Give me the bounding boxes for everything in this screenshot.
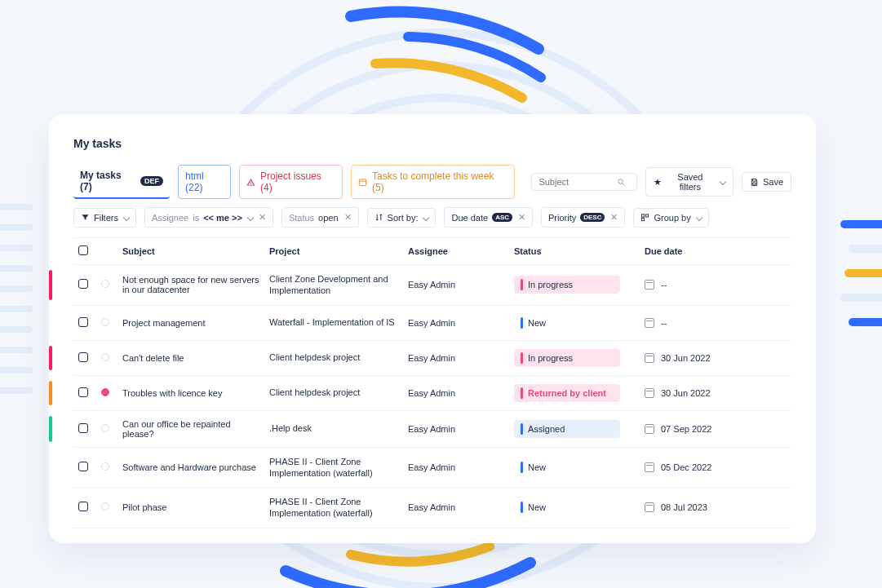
cell-assignee: Easy Admin [403, 462, 509, 472]
cell-project: PHASE II - Client Zone Implementation (w… [264, 496, 403, 519]
status-label: In progress [528, 353, 573, 363]
group-icon [640, 213, 649, 222]
row-checkbox[interactable] [78, 352, 88, 362]
filters-button[interactable]: Filters [73, 208, 136, 228]
svg-rect-5 [840, 220, 882, 228]
table-header: Subject Project Assignee Status Due date [73, 238, 791, 265]
status-label: New [528, 318, 546, 328]
row-indicator[interactable] [101, 318, 109, 326]
saved-filters-button[interactable]: ★ Saved filters [645, 167, 734, 197]
row-indicator[interactable] [101, 280, 109, 288]
status-badge[interactable]: In progress [514, 349, 620, 367]
due-value: -- [661, 280, 667, 290]
tab-label: html (22) [185, 170, 224, 193]
row-checkbox[interactable] [78, 387, 88, 397]
table-row[interactable]: Can our office be repainted please? .Hel… [73, 411, 791, 448]
due-value: -- [661, 318, 667, 328]
search-input[interactable] [539, 177, 612, 187]
due-value: 08 Jul 2023 [661, 502, 707, 512]
col-due-date[interactable]: Due date [640, 246, 762, 256]
status-color-bar [521, 423, 523, 435]
filter-assignee[interactable]: Assignee is << me >> ✕ [144, 207, 273, 228]
status-badge[interactable]: New [514, 314, 620, 332]
cell-project: Client Zone Development and Implementati… [264, 273, 403, 297]
cell-subject: Can't delete file [117, 353, 264, 363]
field-label: Assignee [152, 213, 188, 223]
sort-icon [375, 213, 383, 222]
sort-priority[interactable]: Priority DESC ✕ [541, 207, 625, 228]
select-all-checkbox[interactable] [78, 245, 88, 255]
status-label: Returned by client [528, 388, 606, 398]
col-assignee[interactable]: Assignee [403, 246, 509, 256]
priority-bar [49, 270, 52, 300]
row-checkbox[interactable] [78, 462, 88, 471]
col-status[interactable]: Status [509, 246, 640, 256]
status-badge[interactable]: Assigned [514, 420, 620, 438]
label: Priority [548, 213, 576, 223]
cell-assignee: Easy Admin [403, 424, 509, 434]
table-row[interactable]: Software and Hardware purchase PHASE II … [73, 448, 791, 489]
tab-html[interactable]: html (22) [178, 165, 231, 199]
page-title: My tasks [73, 137, 791, 150]
row-indicator[interactable] [101, 502, 109, 511]
calendar-icon [645, 353, 654, 363]
cell-project: PHASE II - Client Zone Implementation (w… [264, 456, 403, 480]
table-row[interactable]: Not enough space for new servers in our … [73, 265, 791, 306]
close-icon[interactable]: ✕ [610, 212, 618, 223]
status-label: New [528, 462, 546, 472]
calendar-icon [645, 424, 654, 434]
tab-project-issues[interactable]: Project issues (4) [239, 165, 343, 199]
sort-by-button[interactable]: Sort by: [367, 208, 437, 228]
table-row[interactable]: Pilot phase PHASE II - Client Zone Imple… [73, 488, 791, 528]
status-color-bar [521, 462, 523, 473]
sort-due-date[interactable]: Due date ASC ✕ [444, 207, 533, 228]
col-project[interactable]: Project [264, 246, 403, 256]
table-row[interactable]: Troubles with licence key Client helpdes… [73, 376, 791, 411]
status-badge[interactable]: Returned by client [514, 384, 620, 402]
status-badge[interactable]: In progress [514, 276, 620, 294]
col-subject[interactable]: Subject [117, 246, 264, 256]
cell-due-date: -- [640, 318, 762, 328]
row-indicator[interactable] [101, 388, 109, 396]
search-box[interactable] [531, 173, 636, 191]
status-badge[interactable]: New [514, 458, 620, 476]
tab-week[interactable]: Tasks to complete this week (5) [351, 165, 515, 199]
row-checkbox[interactable] [78, 423, 88, 433]
cell-assignee: Easy Admin [403, 502, 509, 512]
op-label: is [193, 213, 199, 223]
cell-due-date: 08 Jul 2023 [640, 502, 762, 512]
group-by-button[interactable]: Group by [633, 208, 708, 228]
status-color-bar [521, 279, 523, 290]
row-indicator[interactable] [101, 462, 109, 471]
cell-assignee: Easy Admin [403, 353, 509, 363]
due-value: 07 Sep 2022 [661, 424, 711, 434]
table-row[interactable]: Can't delete file Client helpdesk projec… [73, 341, 791, 376]
filter-status[interactable]: Status open ✕ [281, 207, 359, 228]
status-color-bar [521, 317, 523, 329]
star-icon: ★ [654, 177, 662, 188]
svg-rect-9 [849, 318, 882, 326]
priority-bar [49, 381, 52, 405]
cell-project: .Help desk [264, 422, 403, 434]
table-row[interactable]: Project management Waterfall - Implement… [73, 306, 791, 341]
tab-my-tasks[interactable]: My tasks (7) DEF [73, 165, 170, 199]
close-icon[interactable]: ✕ [518, 212, 525, 223]
svg-rect-26 [642, 218, 645, 220]
row-indicator[interactable] [101, 424, 109, 432]
calendar-icon [358, 178, 367, 187]
save-button[interactable]: Save [742, 172, 791, 192]
svg-point-22 [618, 179, 623, 183]
status-color-bar [521, 387, 523, 399]
row-checkbox[interactable] [78, 317, 88, 327]
label: Sort by: [388, 213, 419, 223]
close-icon[interactable]: ✕ [259, 212, 266, 223]
row-checkbox[interactable] [78, 279, 88, 289]
svg-rect-14 [0, 285, 33, 292]
status-badge[interactable]: New [514, 498, 620, 516]
row-indicator[interactable] [101, 353, 109, 361]
close-icon[interactable]: ✕ [344, 212, 352, 223]
cell-due-date: 30 Jun 2022 [640, 353, 762, 363]
row-checkbox[interactable] [78, 502, 88, 511]
cell-due-date: 30 Jun 2022 [640, 388, 762, 398]
cell-project: Waterfall - Implementation of IS [264, 316, 403, 328]
